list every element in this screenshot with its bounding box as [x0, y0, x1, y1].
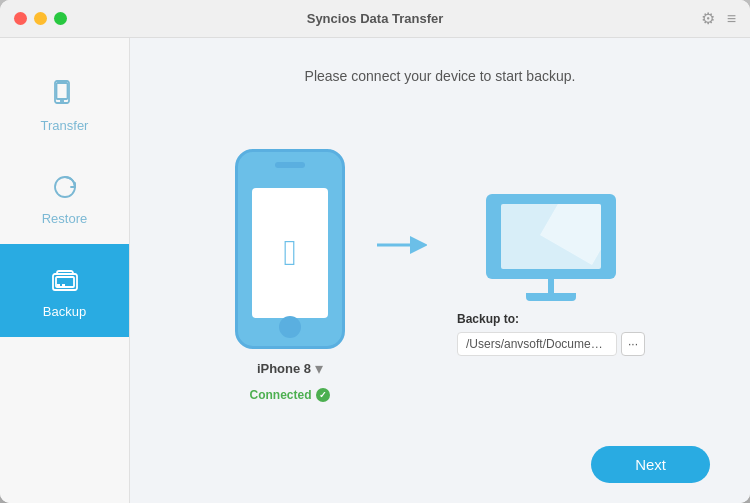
footer: Next: [170, 436, 710, 483]
maximize-button[interactable]: [54, 12, 67, 25]
titlebar-actions: ⚙ ≡: [701, 9, 736, 28]
status-dot-icon: [316, 388, 330, 402]
sidebar-item-backup-label: Backup: [43, 304, 86, 319]
monitor-screen: [501, 204, 601, 269]
computer-illustration: [486, 194, 616, 294]
gear-icon[interactable]: ⚙: [701, 9, 715, 28]
phone-illustration: : [235, 149, 345, 349]
sidebar-item-transfer-label: Transfer: [41, 118, 89, 133]
restore-icon: [47, 169, 83, 205]
app-title: Syncios Data Transfer: [307, 11, 444, 26]
phone-screen: : [252, 188, 328, 318]
destination-device-wrap: Backup to: /Users/anvsoft/Document... ··…: [457, 194, 645, 356]
devices-row:  iPhone 8 ▾ Connected: [170, 114, 710, 436]
content-area: Please connect your device to start back…: [130, 38, 750, 503]
monitor-stand: [548, 279, 554, 293]
sidebar-item-restore-label: Restore: [42, 211, 88, 226]
backup-to-label: Backup to:: [457, 312, 519, 326]
menu-icon[interactable]: ≡: [727, 10, 736, 28]
apple-logo-icon: : [283, 232, 296, 274]
sidebar: Transfer Restore: [0, 38, 130, 503]
sidebar-item-backup[interactable]: Backup: [0, 244, 129, 337]
app-window: Syncios Data Transfer ⚙ ≡ Transfer: [0, 0, 750, 503]
svg-point-3: [60, 100, 62, 102]
minimize-button[interactable]: [34, 12, 47, 25]
arrow-wrap: [375, 231, 427, 319]
sidebar-item-restore[interactable]: Restore: [0, 151, 129, 244]
device-name-row: iPhone 8 ▾: [257, 359, 323, 378]
source-device-wrap:  iPhone 8 ▾ Connected: [235, 149, 345, 402]
sidebar-item-transfer[interactable]: Transfer: [0, 58, 129, 151]
monitor-base: [526, 293, 576, 301]
close-button[interactable]: [14, 12, 27, 25]
browse-button[interactable]: ···: [621, 332, 645, 356]
main-area: Transfer Restore: [0, 38, 750, 503]
window-controls: [14, 12, 67, 25]
backup-path-row: /Users/anvsoft/Document... ···: [457, 332, 645, 356]
monitor: [486, 194, 616, 279]
svg-rect-2: [56, 83, 67, 99]
dropdown-chevron[interactable]: ▾: [315, 359, 323, 378]
source-device-name: iPhone 8: [257, 361, 311, 376]
content-heading: Please connect your device to start back…: [170, 68, 710, 84]
backup-path-text: /Users/anvsoft/Document...: [457, 332, 617, 356]
device-status: Connected: [249, 388, 330, 402]
transfer-icon: [47, 76, 83, 112]
status-text: Connected: [249, 388, 311, 402]
next-button[interactable]: Next: [591, 446, 710, 483]
backup-icon: [47, 262, 83, 298]
backup-section: Backup to: /Users/anvsoft/Document... ··…: [457, 312, 645, 356]
titlebar: Syncios Data Transfer ⚙ ≡: [0, 0, 750, 38]
arrow-icon: [375, 231, 427, 259]
